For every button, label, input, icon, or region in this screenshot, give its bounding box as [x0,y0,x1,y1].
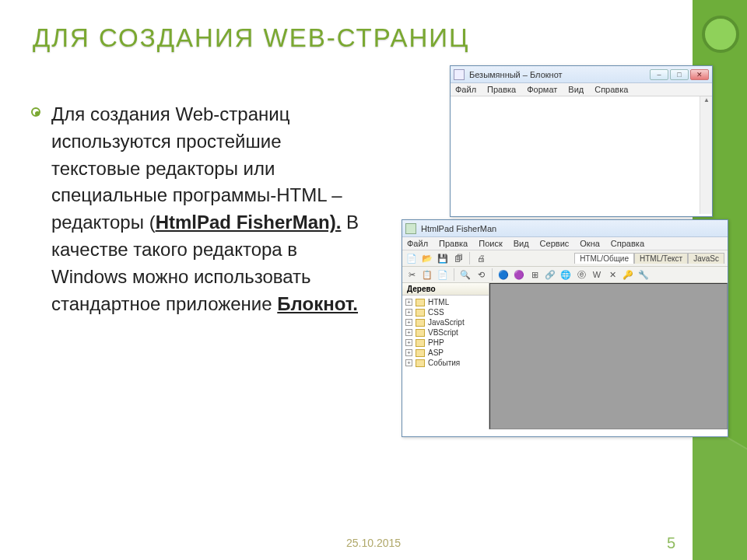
bullet-icon [31,107,40,117]
minimize-button[interactable]: – [650,69,668,80]
expand-icon[interactable]: + [405,319,412,326]
menu-item[interactable]: Вид [514,239,529,248]
body-emph-1: HtmlPad FisherMan). [156,212,342,233]
folder-icon [416,319,425,327]
paste-icon[interactable]: 📄 [437,268,449,281]
slide-title: Для создания web-страниц [0,0,747,53]
slide-date: 25.10.2015 [0,537,747,549]
print-icon[interactable]: 🖨 [475,252,487,264]
folder-icon [416,299,425,306]
undo-icon[interactable]: ⟲ [475,268,487,281]
menu-item[interactable]: Справка [611,239,644,248]
htmlpad-tabs: HTML/Общие HTML/Текст JavaSc [574,253,724,264]
link-icon[interactable]: 🔗 [544,268,556,281]
notepad-window: Безымянный – Блокнот – □ ✕ Файл Правка Ф… [450,65,713,217]
globe-icon[interactable]: 🌐 [559,268,572,281]
tree-item-css[interactable]: +CSS [405,307,486,317]
folder-icon [416,339,425,347]
expand-icon[interactable]: + [405,359,412,366]
notepad-menubar: Файл Правка Формат Вид Справка [451,83,712,96]
open-file-icon[interactable]: 📂 [421,252,433,264]
tree-item-js[interactable]: +JavaScript [405,317,486,327]
save-all-icon[interactable]: 🗐 [452,252,465,264]
tab-html-general[interactable]: HTML/Общие [574,253,634,264]
htmlpad-icon [405,223,416,234]
find-icon[interactable]: 🔍 [459,268,472,281]
new-file-icon[interactable]: 📄 [405,252,418,264]
notepad-editor[interactable] [451,96,712,214]
expand-icon[interactable]: + [405,339,412,346]
x-icon[interactable]: ✕ [606,268,619,281]
menu-item[interactable]: Окна [580,239,600,248]
tree-item-events[interactable]: +События [405,358,486,368]
maximize-button[interactable]: □ [670,69,689,80]
cut-icon[interactable]: ✂ [405,268,418,281]
menu-item[interactable]: Правка [487,85,516,94]
key-icon[interactable]: 🔑 [622,268,634,281]
save-icon[interactable]: 💾 [437,252,449,264]
tool-icon[interactable]: 🟣 [513,268,525,281]
separator [454,268,454,281]
folder-icon [416,309,425,317]
htmlpad-toolbar-2: ✂ 📋 📄 🔍 ⟲ 🔵 🟣 ⊞ 🔗 🌐 ⓔ W ✕ 🔑 🔧 [402,267,728,283]
menu-item[interactable]: Поиск [479,239,502,248]
slide-number: 5 [667,534,675,552]
tree-pane: Дерево +HTML +CSS +JavaScript +VBScript … [402,283,489,429]
htmlpad-editor[interactable] [489,283,728,429]
expand-icon[interactable]: + [405,309,412,316]
menu-item[interactable]: Вид [568,85,584,94]
notepad-title: Безымянный – Блокнот [469,70,645,79]
table-icon[interactable]: ⊞ [528,268,541,281]
menu-item[interactable]: Справка [594,85,628,94]
tree-item-php[interactable]: +PHP [405,338,486,348]
expand-icon[interactable]: + [405,349,412,356]
menu-item[interactable]: Файл [407,239,428,248]
scrollbar[interactable] [700,96,712,214]
wrench-icon[interactable]: 🔧 [637,268,650,281]
expand-icon[interactable]: + [405,299,412,306]
folder-icon [416,359,425,367]
tab-javascript[interactable]: JavaSc [688,253,724,264]
tree-list: +HTML +CSS +JavaScript +VBScript +PHP +A… [402,296,489,369]
notepad-icon [454,69,465,80]
word-icon[interactable]: W [591,268,603,281]
htmlpad-menubar: Файл Правка Поиск Вид Сервис Окна Справк… [402,237,728,250]
tree-header: Дерево [402,283,489,296]
separator [492,268,493,281]
menu-item[interactable]: Файл [455,85,476,94]
expand-icon[interactable]: + [405,329,412,336]
ie-icon[interactable]: ⓔ [575,268,587,281]
tree-item-vbscript[interactable]: +VBScript [405,327,486,338]
menu-item[interactable]: Сервис [540,239,570,248]
tab-html-text[interactable]: HTML/Текст [634,253,688,264]
htmlpad-titlebar[interactable]: HtmlPad FisherMan [402,220,728,237]
slide-body: Для создания Web-страниц используются пр… [33,101,375,317]
htmlpad-title: HtmlPad FisherMan [421,224,724,233]
tree-item-html[interactable]: +HTML [405,297,486,307]
htmlpad-toolbar-1: 📄 📂 💾 🗐 🖨 HTML/Общие HTML/Текст JavaSc [402,250,728,267]
close-button[interactable]: ✕ [690,69,709,80]
copy-icon[interactable]: 📋 [421,268,433,281]
menu-item[interactable]: Правка [439,239,468,248]
menu-item[interactable]: Формат [527,85,557,94]
folder-icon [416,349,425,357]
htmlpad-window: HtmlPad FisherMan Файл Правка Поиск Вид … [402,219,728,437]
tool-icon[interactable]: 🔵 [497,268,510,281]
separator [469,252,470,264]
folder-icon [416,329,425,337]
htmlpad-body: Дерево +HTML +CSS +JavaScript +VBScript … [402,283,728,429]
body-emph-2: Блокнот. [277,293,358,314]
tree-item-asp[interactable]: +ASP [405,348,486,358]
notepad-titlebar[interactable]: Безымянный – Блокнот – □ ✕ [451,66,712,83]
